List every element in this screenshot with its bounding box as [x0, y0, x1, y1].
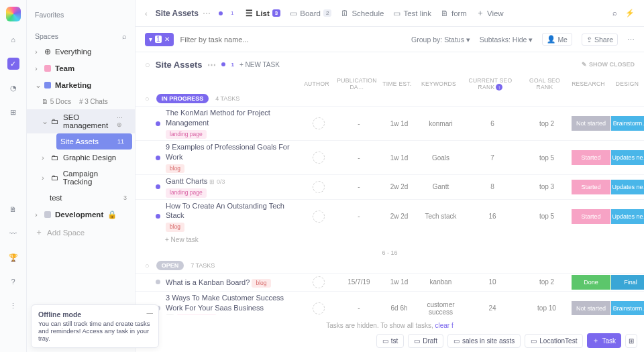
new-task-row[interactable]: + New task: [136, 233, 644, 247]
research-status[interactable]: Done: [572, 275, 610, 290]
tray-grid[interactable]: ⊞: [625, 334, 637, 348]
cell-te[interactable]: 2w 2d: [379, 183, 419, 190]
favorites-header[interactable]: Favorites: [27, 8, 135, 21]
cell-seo[interactable]: 24: [462, 304, 523, 312]
col-pub[interactable]: Publication da…: [337, 77, 377, 91]
cell-te[interactable]: 2w 2d: [379, 213, 419, 220]
task-name[interactable]: The KonMari Method for Project Managemen…: [166, 108, 299, 139]
cell-te[interactable]: 1w 1d: [379, 154, 419, 162]
cell-seo[interactable]: 7: [462, 154, 523, 162]
cell-pub[interactable]: -: [339, 213, 379, 220]
tab-board[interactable]: ▭ Board 2: [290, 9, 331, 18]
more-icon[interactable]: ⋯: [627, 36, 635, 44]
tab-list[interactable]: ☰ List 3: [246, 9, 280, 18]
filter-input[interactable]: [180, 36, 288, 44]
help-icon[interactable]: ?: [7, 276, 19, 288]
groupby[interactable]: Group by: Status ▾: [411, 36, 470, 44]
test-item[interactable]: test3: [27, 190, 135, 206]
dev-item[interactable]: ›Development 🔒: [27, 206, 135, 223]
group-header[interactable]: ○IN PROGRESS4 TASKS: [136, 91, 644, 106]
cell-te[interactable]: 1w 1d: [379, 278, 419, 286]
filter-chip[interactable]: ▾ 1 ✕: [145, 33, 174, 46]
breadcrumb[interactable]: Site Assets ⋯: [156, 9, 211, 18]
clear-filter-link[interactable]: clear f: [435, 322, 453, 329]
col-te[interactable]: Time est.: [377, 80, 417, 87]
automation-icon[interactable]: [219, 11, 223, 15]
gd-item[interactable]: ›🗀 Graphic Design: [27, 150, 135, 166]
avatar[interactable]: [313, 211, 325, 223]
tab-schedule[interactable]: 🗓 Schedule: [341, 9, 384, 17]
doc-icon[interactable]: 🗎: [7, 203, 19, 215]
home-icon[interactable]: ⌂: [7, 34, 19, 46]
cell-kw[interactable]: Goals: [419, 154, 462, 162]
research-status[interactable]: Started: [572, 150, 610, 165]
me-button[interactable]: 👤 Me: [542, 33, 572, 46]
avatar[interactable]: [313, 152, 325, 164]
cell-pub[interactable]: -: [339, 120, 379, 127]
design-status[interactable]: Brainstorm…: [611, 116, 644, 131]
tab-testlink[interactable]: ▭ Test link: [393, 9, 431, 18]
design-status[interactable]: Updates ne…: [611, 150, 644, 165]
cell-kw[interactable]: customer success: [419, 301, 462, 315]
subtasks[interactable]: Subtasks: Hide ▾: [480, 36, 533, 44]
design-status[interactable]: Updates ne…: [611, 209, 644, 224]
cell-te[interactable]: 1w 1d: [379, 120, 419, 127]
design-status[interactable]: Final: [611, 275, 644, 290]
col-goal[interactable]: Goal SEO Rank: [521, 77, 569, 91]
new-task-hdr[interactable]: + NEW TASK: [239, 61, 280, 68]
docs-chats[interactable]: 🗎 5 Docs# 3 Chats: [27, 94, 135, 109]
task-row[interactable]: How To Create An Outstanding Tech Stackb…: [136, 199, 644, 233]
cell-goal[interactable]: top 2: [523, 120, 571, 127]
col-author[interactable]: Author: [297, 80, 337, 87]
task-name[interactable]: How To Create An Outstanding Tech Stackb…: [166, 201, 299, 232]
bolt-icon[interactable]: ⚡: [625, 9, 635, 17]
cell-seo[interactable]: 16: [462, 213, 523, 220]
add-space[interactable]: ＋ Add Space: [27, 223, 135, 241]
research-status[interactable]: Started: [572, 209, 610, 224]
task-row[interactable]: What is a Kanban Board? blog 15/7/19 1w …: [136, 273, 644, 291]
close-icon[interactable]: —: [147, 309, 154, 316]
tasks-icon[interactable]: ✓: [7, 58, 19, 70]
show-closed[interactable]: ✎ SHOW CLOSED: [582, 61, 635, 68]
site-assets-item[interactable]: Site Assets11: [56, 133, 132, 150]
status-dot[interactable]: [156, 156, 160, 160]
app-logo[interactable]: [6, 7, 21, 21]
task-row[interactable]: 9 Examples of Professional Goals For Wor…: [136, 140, 644, 174]
cell-kw[interactable]: Tech stack: [419, 213, 462, 220]
task-name[interactable]: Gantt Charts ⊞ 0/3landing page: [166, 176, 299, 197]
automation-icon[interactable]: [221, 62, 225, 66]
apps-icon[interactable]: ⊞: [7, 106, 19, 118]
share-button[interactable]: ⇪ Share: [582, 34, 618, 46]
tray-loc[interactable]: ▭ LocationTest: [525, 334, 583, 348]
spaces-header[interactable]: Spaces ⌕: [27, 30, 135, 43]
trophy-icon[interactable]: 🏆: [7, 251, 19, 263]
cell-seo[interactable]: 8: [462, 183, 523, 190]
task-row[interactable]: Gantt Charts ⊞ 0/3landing page - 2w 2d G…: [136, 174, 644, 198]
avatar[interactable]: [313, 117, 325, 129]
cell-seo[interactable]: 6: [462, 120, 523, 127]
avatar[interactable]: [313, 302, 325, 314]
cell-seo[interactable]: 10: [462, 278, 523, 286]
status-dot[interactable]: [156, 280, 160, 284]
tray-draft[interactable]: ▭ Draft: [408, 334, 443, 348]
bell-icon[interactable]: ◔: [7, 82, 19, 94]
research-status[interactable]: Not started: [572, 116, 610, 131]
cell-kw[interactable]: kanban: [419, 278, 462, 286]
search-icon[interactable]: ⌕: [122, 32, 127, 40]
cell-goal[interactable]: top 2: [523, 278, 571, 286]
task-name[interactable]: 3 Ways To Make Customer Success Work For…: [166, 293, 299, 315]
cell-kw[interactable]: konmari: [419, 120, 462, 127]
cell-kw[interactable]: Gantt: [419, 183, 462, 190]
cell-goal[interactable]: top 5: [523, 154, 571, 162]
back-icon[interactable]: ‹: [145, 9, 148, 17]
task-name[interactable]: 9 Examples of Professional Goals For Wor…: [166, 142, 299, 173]
avatar[interactable]: [313, 181, 325, 193]
tray-sales[interactable]: ▭ sales in site assts: [447, 334, 521, 348]
team-item[interactable]: ›Team: [27, 60, 135, 76]
cell-goal[interactable]: top 5: [523, 213, 571, 220]
ct-item[interactable]: ›🗀 Campaign Tracking: [27, 166, 135, 190]
design-status[interactable]: Updates ne…: [611, 180, 644, 194]
research-status[interactable]: Not started: [572, 301, 610, 315]
col-kw[interactable]: Keywords: [417, 80, 460, 87]
task-row[interactable]: The KonMari Method for Project Managemen…: [136, 106, 644, 140]
